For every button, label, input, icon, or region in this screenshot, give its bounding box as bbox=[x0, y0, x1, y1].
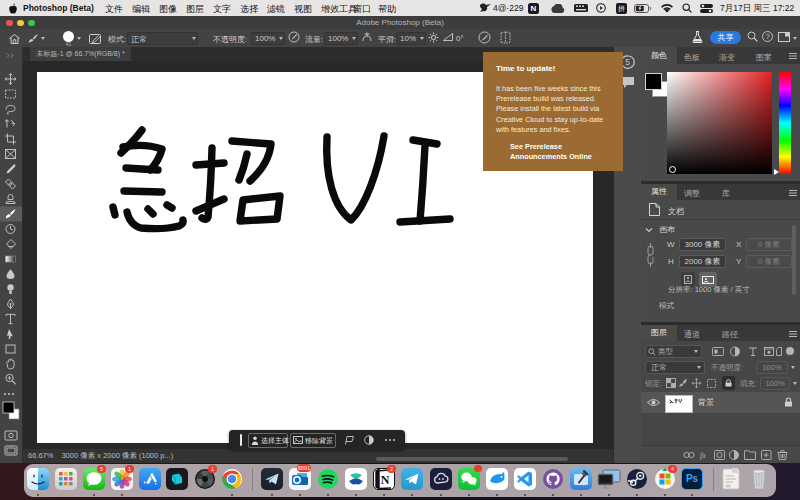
svg-text:N: N bbox=[381, 473, 390, 487]
svg-text:fx: fx bbox=[700, 451, 706, 460]
svg-text:5: 5 bbox=[625, 57, 630, 67]
